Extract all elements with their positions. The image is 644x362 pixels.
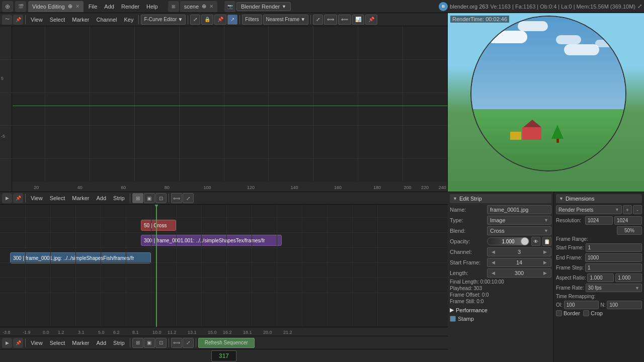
playhead[interactable]: 10+17 [156, 205, 157, 327]
scene-tab[interactable]: scene ⊕ ✕ [180, 1, 217, 12]
zoom-h-btn[interactable]: ⟺ [324, 15, 337, 25]
bt-add-menu[interactable]: Add [93, 339, 109, 347]
bt-icon3[interactable]: ⊡ [155, 338, 167, 348]
seq-marker-menu[interactable]: Marker [69, 194, 92, 202]
fcurve-marker-menu[interactable]: Marker [69, 16, 92, 24]
name-value[interactable]: frame_0001.jpg [487, 205, 551, 214]
scene-icon[interactable]: 🎬 [15, 1, 26, 12]
presets-dropdown[interactable]: Render Presets ▼ [556, 205, 622, 214]
clipboard-icon[interactable]: 📋 [542, 237, 551, 246]
refresh-sequencer-btn[interactable]: Refresh Sequencer [198, 338, 255, 348]
stamp-checkbox[interactable] [450, 316, 456, 322]
bt-pin-icon[interactable]: 📌 [13, 338, 23, 348]
select-mode-btn[interactable]: ↗ [227, 15, 237, 25]
fcurve-editor-btn[interactable]: F-Curve Editor ▼ [141, 15, 186, 25]
nearest-frame-btn[interactable]: Nearest Frame ▼ [263, 15, 309, 25]
seq-pin-icon[interactable]: 📌 [13, 193, 23, 203]
type-dropdown[interactable]: Image ▼ [487, 216, 551, 225]
fcurve-view-menu[interactable]: View [28, 16, 46, 24]
seq-canvas[interactable]: 50 | Cross 300 | frame_0001.001: ../../s… [0, 205, 448, 327]
seq-add-menu[interactable]: Add [93, 194, 109, 202]
graph-btn[interactable]: 📊 [352, 15, 364, 25]
asp-y-input[interactable]: 1.000 [615, 274, 642, 282]
help-menu[interactable]: Help [143, 3, 161, 11]
fullscreen-btn[interactable]: ⤢ [637, 3, 642, 10]
seq-view-preview[interactable]: ▣ [144, 193, 155, 203]
pin-btn[interactable]: 📌 [214, 15, 226, 25]
pin2-btn[interactable]: 📌 [365, 15, 377, 25]
end-frame-dim-input[interactable]: 1000 [585, 253, 642, 262]
dimensions-header[interactable]: ▼ Dimensions [556, 194, 642, 203]
seq-icon2[interactable]: ⤢ [183, 193, 194, 203]
bt-view-menu[interactable]: View [28, 339, 46, 347]
bt-marker-menu[interactable]: Marker [69, 339, 92, 347]
seq-view-both[interactable]: ⊡ [155, 193, 167, 203]
filters-btn[interactable]: Filters [242, 15, 262, 25]
bt-extra1[interactable]: ⟺ [171, 338, 182, 348]
view-icon[interactable]: ⊞ [168, 1, 179, 12]
file-menu[interactable]: File [86, 3, 101, 11]
channel-value[interactable]: ◀ 3 ▶ [487, 247, 551, 256]
length-right[interactable]: ▶ [542, 270, 548, 276]
fcurve-key-menu[interactable]: Key [121, 16, 136, 24]
bt-icon2[interactable]: ▣ [144, 338, 155, 348]
border-checkbox[interactable] [556, 310, 562, 316]
channel-right[interactable]: ▶ [542, 249, 548, 254]
res-x-input[interactable]: 1024 [585, 216, 613, 225]
opacity-bar[interactable]: 1.000 [487, 237, 529, 245]
bt-icon1[interactable]: ⊞ [132, 338, 143, 348]
zoom-v-btn[interactable]: ⟸ [338, 15, 351, 25]
frame-step-dim-input[interactable]: 1 [585, 263, 642, 272]
strip-image2[interactable]: 300 | frame_0001.jpg: ../../simpleShapes… [10, 252, 151, 263]
add-menu[interactable]: Add [101, 3, 117, 11]
start-frame-dim-input[interactable]: 1 [586, 243, 642, 252]
seq-view-menu[interactable]: View [28, 194, 46, 202]
crop-checkbox[interactable] [583, 310, 589, 316]
length-value[interactable]: ◀ 300 ▶ [487, 268, 551, 278]
render-engine-selector[interactable]: Blender Render ▼ [236, 2, 291, 11]
asp-x-input[interactable]: 1.000 [587, 274, 614, 282]
video-editing-tab[interactable]: Video Editing ⊕ ✕ [28, 1, 84, 12]
fps-dropdown[interactable]: 30 fps ▼ [586, 284, 642, 292]
start-right[interactable]: ▶ [542, 260, 548, 265]
presets-add-btn[interactable]: + [623, 205, 632, 214]
bt-select-menu[interactable]: Select [47, 339, 68, 347]
seq-select-menu[interactable]: Select [47, 194, 68, 202]
start-left[interactable]: ◀ [490, 260, 497, 265]
video-editing-close[interactable]: ✕ [75, 4, 79, 9]
fcurve-channel-menu[interactable]: Channel [93, 16, 120, 24]
fcurve-select-menu[interactable]: Select [47, 16, 68, 24]
type-label: Type: [450, 217, 485, 223]
strip-image1[interactable]: 300 | frame_0001.001: ../../simpleShapes… [141, 235, 282, 246]
seq-view-normal[interactable]: ⊞ [132, 193, 143, 203]
lock-btn[interactable]: 🔒 [201, 15, 213, 25]
channel-left[interactable]: ◀ [490, 249, 497, 254]
blender-icon[interactable]: ⊕ [2, 1, 13, 12]
res-percent-input[interactable]: 50% [617, 226, 642, 235]
bt-extra2[interactable]: ⤢ [183, 338, 194, 348]
seq-icon1[interactable]: ⟺ [171, 193, 182, 203]
fcurve-pin-icon[interactable]: 📌 [13, 15, 23, 25]
render-menu[interactable]: Render [118, 3, 142, 11]
opacity-knob[interactable] [521, 237, 529, 245]
start-frame-value[interactable]: ◀ 14 ▶ [487, 258, 551, 267]
camera-icon[interactable]: 📷 [224, 1, 235, 12]
frame-range-label-row: Frame Range: [556, 236, 642, 242]
strip-cross[interactable]: 50 | Cross [141, 220, 176, 231]
scene-close[interactable]: ✕ [209, 4, 213, 9]
fcurve-canvas[interactable]: 5 -5 [0, 26, 447, 192]
length-left[interactable]: ◀ [490, 270, 497, 276]
oi-input[interactable]: 100 [564, 301, 599, 309]
res-y-input[interactable]: 1024 [614, 216, 642, 225]
n-input[interactable]: 100 [607, 301, 642, 309]
presets-remove-btn[interactable]: - [633, 205, 642, 214]
eye-icon[interactable]: 👁 [531, 237, 540, 246]
edit-strip-header[interactable]: ▼ Edit Strip [450, 194, 551, 203]
seq-strip-menu[interactable]: Strip [110, 194, 128, 202]
performance-header[interactable]: ▶ Performance [450, 305, 551, 315]
normalize-btn[interactable]: ⤢ [190, 15, 200, 25]
bt-strip-menu[interactable]: Strip [110, 339, 128, 347]
blend-dropdown[interactable]: Cross ▼ [487, 226, 551, 235]
frame-counter[interactable]: 317 [211, 350, 236, 361]
zoom-extend-btn[interactable]: ⤢ [313, 15, 323, 25]
